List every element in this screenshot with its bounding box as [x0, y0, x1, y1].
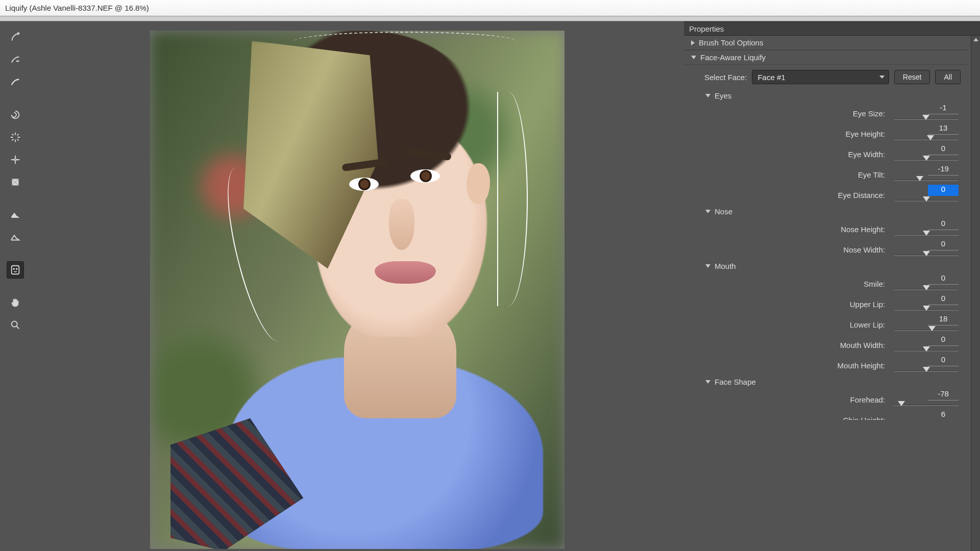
slider-thumb[interactable]: [928, 326, 936, 331]
slider-row: Eye Width:0: [684, 143, 968, 163]
slider-row: Eye Distance:0: [684, 184, 968, 204]
mouth-width-label: Mouth Width:: [716, 335, 894, 349]
mouth-width-slider[interactable]: [894, 347, 959, 354]
slider-thumb[interactable]: [923, 231, 930, 236]
hand-tool[interactable]: [7, 294, 24, 311]
eye-height-value[interactable]: 13: [928, 123, 959, 135]
lower-lip-label: Lower Lip:: [716, 314, 894, 329]
brush-tool-options-section[interactable]: Brush Tool Options: [684, 36, 968, 50]
forehead-slider[interactable]: [894, 402, 959, 409]
document-canvas[interactable]: [150, 31, 565, 549]
chevron-down-icon: [705, 380, 710, 384]
group-title: Mouth: [715, 262, 736, 270]
group-title: Nose: [715, 207, 732, 216]
chevron-down-icon: [705, 210, 710, 213]
chin-height-label: Chin Height:: [716, 410, 894, 420]
face-tool[interactable]: [7, 261, 24, 279]
eye-size-slider[interactable]: [894, 115, 959, 122]
slider-thumb[interactable]: [898, 401, 905, 406]
workspace: Properties Brush Tool Options Face-Aware…: [0, 21, 980, 551]
chevron-down-icon: [691, 56, 696, 59]
slider-thumb[interactable]: [927, 135, 934, 140]
forehead-value[interactable]: -78: [928, 389, 959, 400]
smile-label: Smile:: [716, 273, 894, 288]
reconstruct-tool[interactable]: [7, 51, 24, 68]
group-title: Face Shape: [715, 378, 756, 386]
pucker-tool[interactable]: [7, 129, 24, 146]
all-button[interactable]: All: [935, 70, 961, 84]
select-face-label: Select Face:: [704, 73, 747, 82]
face-guide-right[interactable]: [497, 92, 528, 306]
group-title: Eyes: [715, 91, 731, 100]
lower-lip-slider[interactable]: [894, 327, 959, 334]
nose-height-slider[interactable]: [894, 231, 959, 238]
slider-thumb[interactable]: [922, 115, 929, 120]
nose-width-value[interactable]: 0: [928, 239, 959, 251]
select-face-dropdown[interactable]: Face #1: [752, 70, 889, 84]
smile-slider[interactable]: [894, 286, 959, 293]
slider-thumb[interactable]: [923, 367, 930, 372]
eye-tilt-slider[interactable]: [894, 177, 959, 184]
nose-width-label: Nose Width:: [716, 239, 894, 254]
forward-warp-tool[interactable]: [7, 29, 24, 46]
face-shape-group[interactable]: Face Shape: [684, 374, 968, 388]
slider-thumb[interactable]: [916, 176, 923, 181]
face-aware-liquify-section[interactable]: Face-Aware Liquify: [684, 50, 968, 65]
eye-width-slider[interactable]: [894, 156, 959, 163]
slider-row: Smile:0: [684, 272, 968, 293]
eye-height-slider[interactable]: [894, 136, 959, 143]
push-left-tool[interactable]: [7, 173, 24, 191]
mouth-height-label: Mouth Height:: [716, 355, 894, 370]
slider-thumb[interactable]: [923, 346, 930, 352]
slider-row: Upper Lip:0: [684, 293, 968, 313]
chin-height-value[interactable]: 6: [928, 410, 959, 420]
mouth-group[interactable]: Mouth: [684, 259, 968, 272]
eyes-group[interactable]: Eyes: [684, 88, 968, 102]
thaw-mask-tool[interactable]: [7, 229, 24, 246]
mouth-height-value[interactable]: 0: [928, 355, 959, 366]
eye-distance-slider[interactable]: [894, 197, 959, 204]
slider-row: Eye Height:13: [684, 122, 968, 143]
slider-row: Chin Height:6: [684, 409, 968, 420]
slider-row: Mouth Width:0: [684, 334, 968, 354]
freeze-mask-tool[interactable]: [7, 206, 24, 223]
nose-height-label: Nose Height:: [716, 219, 894, 234]
mouth-height-slider[interactable]: [894, 367, 959, 374]
lower-lip-value[interactable]: 18: [928, 314, 959, 325]
svg-point-0: [14, 159, 16, 161]
slider-thumb[interactable]: [923, 156, 930, 161]
nose-width-slider[interactable]: [894, 252, 959, 259]
smile-value[interactable]: 0: [928, 273, 959, 285]
eye-distance-value[interactable]: 0: [928, 185, 959, 196]
slider-row: Eye Size:-1: [684, 102, 968, 122]
twirl-tool[interactable]: [7, 106, 24, 123]
zoom-tool[interactable]: [7, 316, 24, 334]
slider-thumb[interactable]: [923, 306, 930, 311]
slider-thumb[interactable]: [923, 251, 930, 256]
nose-height-value[interactable]: 0: [928, 219, 959, 230]
upper-lip-slider[interactable]: [894, 306, 959, 313]
slider-thumb[interactable]: [923, 196, 930, 202]
chevron-down-icon: [705, 94, 710, 97]
slider-row: Nose Width:0: [684, 238, 968, 259]
scroll-up-icon[interactable]: [973, 37, 979, 43]
reset-button[interactable]: Reset: [894, 70, 930, 84]
scrollbar[interactable]: [971, 36, 980, 551]
window-title: Liquify (Ashle Vanelli-8337.NEF @ 16.8%): [5, 4, 149, 12]
eye-tilt-value[interactable]: -19: [928, 164, 959, 176]
slider-thumb[interactable]: [923, 285, 930, 290]
eye-distance-label: Eye Distance:: [716, 185, 894, 199]
canvas-area[interactable]: [31, 21, 684, 551]
upper-lip-label: Upper Lip:: [716, 294, 894, 309]
svg-rect-3: [12, 266, 19, 274]
bloat-tool[interactable]: [7, 151, 24, 168]
upper-lip-value[interactable]: 0: [928, 294, 959, 305]
eye-width-value[interactable]: 0: [928, 144, 959, 155]
properties-header: Properties: [684, 21, 980, 36]
slider-row: Eye Tilt:-19: [684, 163, 968, 184]
eye-size-value[interactable]: -1: [928, 103, 959, 114]
mouth-width-value[interactable]: 0: [928, 335, 959, 346]
smooth-tool[interactable]: [7, 73, 24, 91]
toolbox: [0, 21, 31, 551]
nose-group[interactable]: Nose: [684, 204, 968, 218]
